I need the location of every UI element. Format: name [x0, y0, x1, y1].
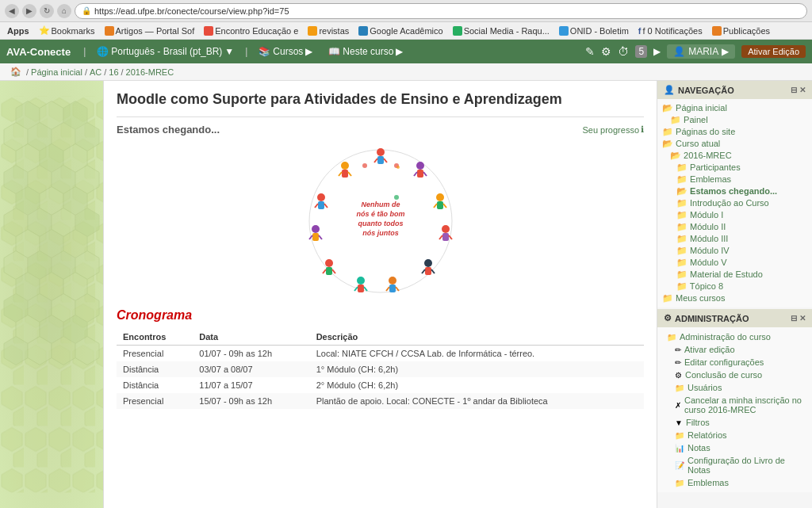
- admin-close-icon[interactable]: ✕: [799, 314, 806, 323]
- user-menu[interactable]: 👤 MARIA ▶: [667, 44, 735, 59]
- admin-tree-item[interactable]: ✏Editar configurações: [662, 356, 807, 369]
- admin-tree-item[interactable]: 📝Configuração do Livro de Notas: [662, 454, 807, 476]
- admin-item-icon: ▼: [675, 418, 683, 427]
- nav-tree-item[interactable]: 📁 Participantes: [662, 162, 807, 174]
- breadcrumb-ac[interactable]: AC: [90, 67, 102, 77]
- bookmark-encontro[interactable]: Encontro Educação e: [200, 25, 302, 36]
- user-chevron: ▶: [722, 46, 729, 57]
- bookmark-publicacoes[interactable]: Publicações: [708, 25, 774, 36]
- bookmark-bookmarks[interactable]: ⭐ Bookmarks: [35, 25, 99, 36]
- breadcrumb-home[interactable]: Página inicial: [31, 67, 82, 77]
- navigation-block-header: 👤 NAVEGAÇÃO ⊟ ✕: [657, 81, 812, 99]
- nav-tree-item[interactable]: 📁 Painel: [662, 114, 807, 126]
- admin-item-icon: ✏: [675, 346, 681, 354]
- nav-tree-item[interactable]: 📁 Meus cursos: [662, 292, 807, 304]
- nav-tree-item[interactable]: 📁 Módulo V: [662, 257, 807, 269]
- this-course-menu[interactable]: 📖 Neste curso ▶: [324, 44, 408, 59]
- bookmark-facebook[interactable]: f f 0 Notificações: [634, 25, 707, 36]
- url-text: https://ead.ufpe.br/conecte/course/view.…: [94, 6, 289, 16]
- svg-line-48: [374, 159, 377, 162]
- svg-rect-67: [389, 285, 396, 292]
- col-encontros: Encontros: [117, 329, 193, 346]
- nav-tree-item[interactable]: 📁 Módulo I: [662, 209, 807, 221]
- right-sidebar: 👤 NAVEGAÇÃO ⊟ ✕ 📂 Página inicial📁 Painel…: [657, 81, 812, 508]
- forward-button[interactable]: ▶: [22, 4, 36, 18]
- svg-line-81: [319, 235, 322, 239]
- svg-rect-75: [326, 267, 332, 275]
- language-selector[interactable]: 🌐 Português - Brasil (pt_BR) ▼: [92, 44, 239, 59]
- admin-tree-item[interactable]: 📊Notas: [662, 441, 807, 454]
- admin-tree-item[interactable]: 📁Usuários: [662, 381, 807, 394]
- admin-tree-item[interactable]: ⚙Conclusão de curso: [662, 369, 807, 381]
- brand-label[interactable]: AVA-Conecte: [6, 46, 71, 58]
- courses-menu[interactable]: 📚 Cursos ▶: [254, 44, 317, 59]
- bookmark-revistas[interactable]: revistas: [304, 25, 353, 36]
- svg-point-78: [312, 225, 320, 233]
- svg-rect-71: [358, 285, 364, 292]
- bookmark-social[interactable]: Social Media - Raqu...: [449, 25, 553, 36]
- svg-text:nós é tão bom: nós é tão bom: [356, 210, 404, 218]
- navigation-block: 👤 NAVEGAÇÃO ⊟ ✕ 📂 Página inicial📁 Painel…: [657, 81, 812, 307]
- svg-rect-47: [377, 156, 384, 164]
- svg-rect-87: [342, 170, 348, 178]
- admin-config-icon[interactable]: ⊟: [791, 314, 797, 323]
- svg-point-58: [442, 225, 450, 233]
- breadcrumb-sep4: /: [121, 67, 124, 77]
- svg-point-93: [394, 195, 399, 200]
- nav-close-icon[interactable]: ✕: [799, 86, 806, 94]
- lock-icon: 🔒: [82, 6, 91, 15]
- bookmark-google[interactable]: Google Acadêmico: [354, 25, 446, 36]
- admin-title: ADMINISTRAÇÃO: [675, 314, 749, 323]
- page-title: Moodle como Suporte para Atividades de E…: [117, 90, 644, 109]
- nav-tree-item[interactable]: 📂 Página inicial: [662, 102, 807, 114]
- admin-tree-item[interactable]: 📁Emblemas: [662, 476, 807, 489]
- nav-tree-item[interactable]: 📁 Introdução ao Curso: [662, 197, 807, 209]
- onid-label: ONID - Boletim: [570, 26, 629, 36]
- bookmarks-bar: Apps ⭐ Bookmarks Artigos — Portal Sof En…: [0, 22, 812, 40]
- refresh-button[interactable]: ↻: [40, 4, 54, 18]
- address-bar[interactable]: 🔒 https://ead.ufpe.br/conecte/course/vie…: [75, 3, 807, 19]
- admin-tree-item[interactable]: ✏Ativar edição: [662, 343, 807, 356]
- title-divider: [117, 116, 644, 117]
- admin-item-icon: ⚙: [675, 371, 682, 380]
- admin-item-icon: 📁: [675, 479, 684, 487]
- breadcrumb-mrec[interactable]: 2016-MREC: [126, 67, 174, 77]
- svg-line-84: [315, 204, 318, 208]
- svg-text:Nenhum de: Nenhum de: [361, 201, 400, 208]
- nav-tree-item[interactable]: 📁 Tópico 8: [662, 281, 807, 292]
- admin-tree-item[interactable]: 📁Relatórios: [662, 429, 807, 441]
- bookmark-apps[interactable]: Apps: [3, 25, 33, 36]
- svg-line-64: [422, 269, 425, 273]
- svg-rect-63: [425, 267, 431, 275]
- activate-edit-button[interactable]: Ativar Edição: [741, 45, 806, 58]
- nav-tree-item[interactable]: 📁 Módulo IV: [662, 245, 807, 257]
- back-button[interactable]: ◀: [5, 4, 19, 18]
- nav-tree-item[interactable]: 📁 Módulo III: [662, 233, 807, 245]
- nav-tree-item[interactable]: 📁 Material de Estudo: [662, 269, 807, 281]
- nav-tree-item[interactable]: 📂 2016-MREC: [662, 150, 807, 162]
- bookmark-artigos[interactable]: Artigos — Portal Sof: [101, 25, 199, 36]
- progress-link[interactable]: Seu progresso ℹ: [582, 124, 644, 135]
- admin-tree-item[interactable]: ✗Cancelar a minha inscrição no curso 201…: [662, 394, 807, 416]
- administration-block: ⚙ ADMINISTRAÇÃO ⊟ ✕ 📁Administração do cu…: [657, 309, 812, 492]
- bookmark-onid[interactable]: ONID - Boletim: [555, 25, 633, 36]
- nav-tree-item[interactable]: 📁 Páginas do site: [662, 126, 807, 138]
- admin-block-header: ⚙ ADMINISTRAÇÃO ⊟ ✕: [657, 309, 812, 327]
- nav-tree-item[interactable]: 📂 Estamos chegando...: [662, 185, 807, 197]
- nav-tree-item[interactable]: 📁 Emblemas: [662, 174, 807, 185]
- content-area: Moodle como Suporte para Atividades de E…: [103, 81, 657, 508]
- home-button[interactable]: ⌂: [57, 4, 71, 18]
- svg-point-46: [377, 148, 385, 156]
- schedule-table: Encontros Data Descrição Presencial01/07…: [117, 329, 644, 409]
- admin-tree-item[interactable]: 📁Administração do curso: [662, 330, 807, 343]
- breadcrumb-16[interactable]: 16: [109, 67, 118, 77]
- nav-tree-item[interactable]: 📂 Curso atual: [662, 138, 807, 150]
- breadcrumb-sep2: /: [85, 67, 87, 77]
- nav-config-icon[interactable]: ⊟: [791, 86, 797, 94]
- honeycomb-panel: [0, 81, 103, 508]
- google-icon: [358, 26, 368, 36]
- svg-point-74: [325, 259, 333, 267]
- admin-tree-item[interactable]: ▼Filtros: [662, 416, 807, 429]
- revistas-icon: [308, 26, 317, 36]
- nav-tree-item[interactable]: 📁 Módulo II: [662, 221, 807, 233]
